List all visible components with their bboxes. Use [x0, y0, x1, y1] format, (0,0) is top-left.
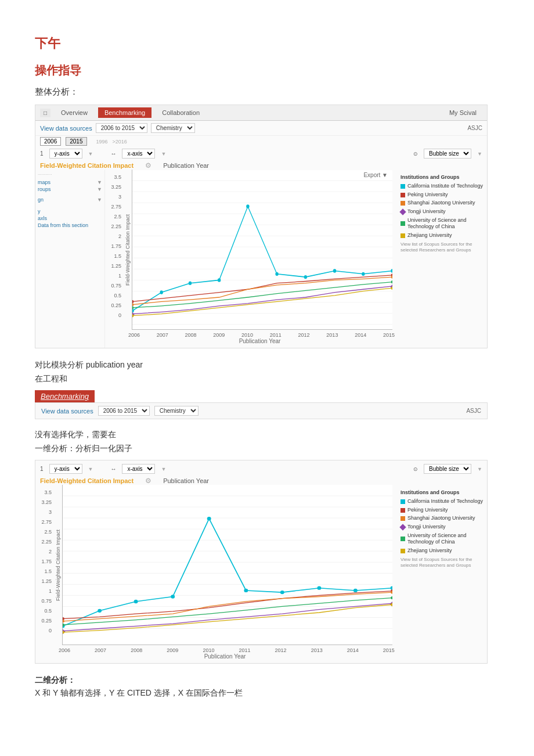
compare-heading2: 在工程和	[35, 374, 499, 384]
legend-link2[interactable]: View list of Scopus Sources for the sele…	[400, 557, 484, 569]
legend2-color-shanghai	[400, 516, 405, 521]
legend-color-shanghai	[400, 201, 405, 206]
legend2-color-zhejiang	[400, 549, 405, 553]
date-range-select2[interactable]: 2006 to 2015	[98, 406, 150, 416]
svg-point-31	[132, 306, 134, 309]
bubble-sep2: ▼	[477, 466, 482, 472]
legend-item-peking: Peking University	[400, 192, 484, 199]
sidebar-roups[interactable]: roups ▼	[38, 186, 102, 192]
sidebar-data-link[interactable]: Data from this section	[38, 222, 102, 228]
tab-benchmarking[interactable]: Benchmarking	[98, 107, 151, 118]
svg-point-55	[317, 586, 321, 590]
y-axis-select1[interactable]: y-axis	[49, 149, 82, 159]
gear-icon1[interactable]: ⚙	[145, 161, 151, 170]
sidebar-gn[interactable]: gn ▼	[38, 197, 102, 203]
year-to2-label: >2016	[113, 139, 127, 145]
svg-point-21	[304, 275, 307, 279]
legend2-item-ustc: University of Science and Technology of …	[400, 532, 484, 546]
legend-color-caltech	[400, 184, 405, 189]
legend2-item-shanghai: Shanghai Jiaotong University	[400, 515, 484, 522]
legend2-item-zhejiang: Zhejiang University	[400, 548, 484, 555]
view-data-sources-link2[interactable]: View data sources	[41, 408, 93, 415]
svg-point-27	[132, 303, 134, 306]
axis-sep2: ▼	[161, 151, 166, 157]
sidebar-hint: ···········	[38, 172, 102, 177]
y-axis-select2[interactable]: y-axis	[49, 464, 82, 474]
tab-overview[interactable]: Overview	[55, 108, 93, 117]
axis-sep4: ▼	[161, 466, 166, 472]
bubble-sep1: ▼	[477, 151, 482, 157]
chart2-yaxis-title: Field-Weighted Citation Impact	[54, 530, 62, 601]
date-range-select1[interactable]: 2006 to 2015	[96, 123, 147, 133]
x-axis-select1[interactable]: x-axis	[122, 149, 155, 159]
chart1-xaxis-label: Publication Year	[105, 338, 397, 348]
svg-point-18	[218, 278, 221, 282]
asjc-label1: ASJC	[467, 125, 482, 131]
y-axis-num2: 1	[40, 466, 44, 472]
subject-select1[interactable]: Chemistry	[151, 123, 195, 133]
tab-myscival[interactable]: My Scival	[443, 108, 482, 117]
svg-point-22	[333, 269, 336, 272]
section-2d: 二维分析： X 和 Y 轴都有选择，Y 在 CITED 选择，X 在国际合作一栏	[35, 675, 499, 699]
sidebar-axls: axls	[38, 215, 102, 221]
legend-color-peking	[400, 193, 405, 197]
section-1d: 一维分析：分析归一化因子	[35, 444, 499, 454]
y-axis-num1: 1	[40, 150, 44, 157]
title-afternoon: 下午	[35, 35, 499, 52]
chart2-labels: Field-Weighted Citation Impact ⚙ Publica…	[35, 476, 487, 485]
svg-point-51	[171, 595, 175, 598]
chart1-legend: Institutions and Groups California Insti…	[397, 170, 487, 348]
chart2-body: 3.5 3.25 3 2.75 2.5 2.25 2 1.75 1.5 1.25…	[35, 485, 397, 647]
legend2-color-ustc	[400, 537, 405, 541]
chart2-xaxis-label: Publication Year	[35, 653, 397, 663]
svg-point-16	[160, 290, 163, 294]
legend-color-ustc	[400, 221, 405, 226]
chart1-xaxis: 2006 2007 2008 2009 2010 2011 2012 2013 …	[105, 332, 397, 338]
legend-item-zhejiang: Zhejiang University	[400, 232, 484, 239]
datasource-bar: View data sources 2006 to 2015 Chemistry…	[35, 402, 488, 419]
legend-link1[interactable]: View list of Scopus Sources for the sele…	[400, 242, 484, 254]
chart1-legend-title: Institutions and Groups	[400, 174, 484, 180]
chart2-container: 1 y-axis ▼ ↔ x-axis ▼ ⊙ Bubble size ▼ Fi…	[35, 460, 488, 664]
svg-point-52	[207, 517, 211, 520]
bubble-size-select2[interactable]: Bubble size	[424, 464, 471, 474]
view-data-sources-link1[interactable]: View data sources	[40, 125, 92, 132]
svg-point-25	[132, 300, 134, 303]
svg-point-17	[189, 282, 192, 285]
tab-collaboration[interactable]: Collaboration	[156, 108, 205, 117]
fwci-label2: Field-Weighted Citation Impact	[40, 477, 134, 484]
mid-section-heading: 对比模块分析 publication year 在工程和	[35, 360, 499, 384]
axis-sep3: ▼	[88, 466, 93, 472]
sidebar-y: y	[38, 208, 102, 214]
svg-point-19	[246, 204, 249, 208]
svg-point-57	[391, 586, 392, 590]
year-to-btn1[interactable]: 2015	[66, 137, 86, 146]
gear-icon2[interactable]: ⚙	[145, 477, 151, 485]
title-guide: 操作指导	[35, 63, 499, 78]
pub-year-label1: Publication Year	[163, 162, 209, 169]
chart2-main: 3.5 3.25 3 2.75 2.5 2.25 2 1.75 1.5 1.25…	[35, 485, 487, 663]
bubble-size-select1[interactable]: Bubble size	[424, 149, 471, 159]
axis-sep1: ▼	[88, 151, 93, 157]
legend-item-ustc: University of Science and Technology of …	[400, 217, 484, 231]
x-axis-select2[interactable]: x-axis	[122, 464, 155, 474]
chart1-plot: Export ▼	[132, 170, 392, 330]
legend-item-shanghai: Shanghai Jiaotong University	[400, 200, 484, 207]
chart2-plot	[62, 485, 392, 645]
legend2-item-tongji: Tongji University	[400, 524, 484, 531]
subject-select2[interactable]: Chemistry	[154, 406, 199, 416]
x-axis-arrow1: ↔	[110, 150, 116, 157]
svg-point-20	[275, 272, 278, 276]
year-from-btn1[interactable]: 2006	[40, 137, 61, 146]
legend-color-zhejiang	[400, 233, 405, 238]
sidebar-maps[interactable]: maps ▼	[38, 179, 102, 185]
chart1-yaxis: 3.5 3.25 3 2.75 2.5 2.25 2 1.75 1.5 1.25…	[105, 170, 124, 330]
svg-point-65	[391, 596, 392, 599]
benchmarking-text: Benchmarking	[35, 390, 95, 402]
fwci-label1: Field-Weighted Citation Impact	[40, 162, 134, 169]
chart2-xaxis: 2006 2007 2008 2009 2010 2011 2012 2013 …	[35, 647, 397, 653]
chart1-axis-row: 1 y-axis ▼ ↔ x-axis ▼ ⊙ Bubble size ▼	[35, 147, 487, 160]
year-from2-label: 1996	[96, 139, 108, 145]
pub-year-label2: Publication Year	[163, 477, 209, 484]
chart1-logo: □	[40, 109, 50, 117]
